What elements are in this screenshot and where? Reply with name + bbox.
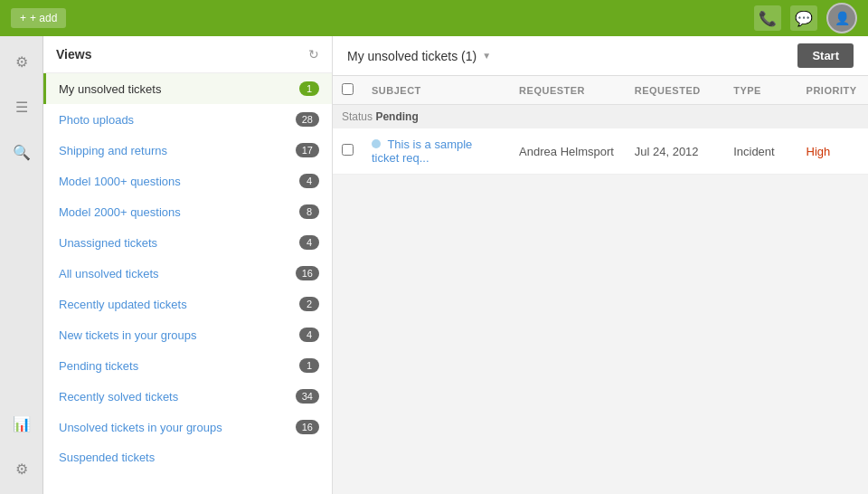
view-item[interactable]: Shipping and returns17 xyxy=(43,135,332,166)
ticket-tbody: Status Pending This is a sample ticket r… xyxy=(333,105,868,175)
chat-icon: 💬 xyxy=(795,10,813,27)
phone-icon: 📞 xyxy=(759,10,777,27)
views-list: My unsolved tickets1Photo uploads28Shipp… xyxy=(43,73,332,494)
view-badge: 2 xyxy=(299,297,319,311)
view-badge: 34 xyxy=(296,389,319,404)
avatar-icon: 👤 xyxy=(835,11,850,25)
view-item[interactable]: Model 2000+ questions8 xyxy=(43,196,332,227)
row-requester: Andrea Helmsport xyxy=(510,128,626,175)
view-badge: 8 xyxy=(299,204,319,219)
row-checkbox-cell xyxy=(333,128,363,175)
content-title-text: My unsolved tickets (1) xyxy=(347,49,476,63)
view-item-label: Recently solved tickets xyxy=(59,390,178,404)
table-header-row: Subject Requester Requested Type Priorit… xyxy=(333,76,868,105)
view-item[interactable]: Model 1000+ questions4 xyxy=(43,166,332,196)
view-badge: 4 xyxy=(299,235,319,250)
plus-icon: + xyxy=(20,12,26,24)
status-cell: Status Pending xyxy=(333,105,868,129)
column-subject: Subject xyxy=(363,76,510,105)
view-item-label: Pending tickets xyxy=(59,359,138,373)
view-badge: 16 xyxy=(296,266,319,280)
chat-button[interactable]: 💬 xyxy=(790,5,817,31)
ticket-subject[interactable]: This is a sample ticket req... xyxy=(372,138,472,165)
column-type: Type xyxy=(724,76,797,105)
view-item[interactable]: Recently updated tickets2 xyxy=(43,289,332,319)
chart-icon[interactable]: 📊 xyxy=(7,409,36,438)
view-item[interactable]: New tickets in your groups4 xyxy=(43,319,332,350)
view-item[interactable]: All unsolved tickets16 xyxy=(43,258,332,289)
topbar-right: 📞 💬 👤 xyxy=(754,3,857,33)
menu-icon[interactable]: ☰ xyxy=(7,92,36,121)
content-title: My unsolved tickets (1) ▼ xyxy=(347,49,491,63)
content-header: My unsolved tickets (1) ▼ Start xyxy=(333,36,868,76)
settings-icon[interactable]: ⚙ xyxy=(7,454,36,483)
status-dot xyxy=(372,139,381,148)
add-label: + add xyxy=(30,12,57,24)
view-item-label: Suspended tickets xyxy=(59,451,155,464)
views-title: Views xyxy=(56,47,91,62)
status-row: Status Pending xyxy=(333,105,868,129)
view-badge: 17 xyxy=(296,143,319,157)
view-item[interactable]: Unsolved tickets in your groups16 xyxy=(43,412,332,442)
gear-icon[interactable]: ⚙ xyxy=(7,47,36,76)
view-item-label: Model 1000+ questions xyxy=(59,175,181,188)
view-item-label: Unsolved tickets in your groups xyxy=(59,421,222,434)
view-badge: 4 xyxy=(299,328,319,342)
column-requested: Requested xyxy=(626,76,724,105)
search-icon[interactable]: 🔍 xyxy=(7,138,36,166)
avatar[interactable]: 👤 xyxy=(826,3,857,33)
view-badge: 28 xyxy=(296,112,319,127)
row-type: Incident xyxy=(724,128,797,175)
views-panel: Views ↻ My unsolved tickets1Photo upload… xyxy=(43,36,333,494)
view-item-label: Photo uploads xyxy=(59,113,134,127)
topbar-left: + + add xyxy=(11,8,66,28)
view-badge: 1 xyxy=(299,81,319,96)
column-priority: Priority xyxy=(797,76,868,105)
view-item[interactable]: Recently solved tickets34 xyxy=(43,381,332,412)
ticket-table: Subject Requester Requested Type Priorit… xyxy=(333,76,868,175)
view-item-label: Shipping and returns xyxy=(59,144,167,157)
refresh-icon[interactable]: ↻ xyxy=(308,47,319,62)
select-all-checkbox[interactable] xyxy=(342,83,354,95)
view-item-label: Model 2000+ questions xyxy=(59,205,181,219)
row-priority: High xyxy=(797,128,868,175)
topbar: + + add 📞 💬 👤 xyxy=(0,0,868,36)
row-requested-date: Jul 24, 2012 xyxy=(626,128,724,175)
row-subject: This is a sample ticket req... xyxy=(363,128,510,175)
view-item-label: All unsolved tickets xyxy=(59,267,159,280)
icon-sidebar-bottom: 📊 ⚙ xyxy=(7,409,36,494)
views-header: Views ↻ xyxy=(43,36,332,73)
view-item-label: My unsolved tickets xyxy=(59,82,161,96)
main-layout: ⚙ ☰ 🔍 📊 ⚙ Views ↻ My unsolved tickets1Ph… xyxy=(0,36,868,494)
view-item[interactable]: Pending tickets1 xyxy=(43,350,332,381)
view-item[interactable]: Photo uploads28 xyxy=(43,104,332,135)
column-requester: Requester xyxy=(510,76,626,105)
view-item[interactable]: My unsolved tickets1 xyxy=(43,73,332,104)
content-area: My unsolved tickets (1) ▼ Start Subject … xyxy=(333,36,868,494)
table-row[interactable]: This is a sample ticket req... Andrea He… xyxy=(333,128,868,175)
start-button[interactable]: Start xyxy=(797,43,854,68)
view-item-label: Recently updated tickets xyxy=(59,298,187,311)
add-button[interactable]: + + add xyxy=(11,8,66,28)
table-wrapper: Subject Requester Requested Type Priorit… xyxy=(333,76,868,494)
dropdown-arrow-icon[interactable]: ▼ xyxy=(482,51,491,61)
view-badge: 16 xyxy=(296,420,319,434)
view-badge: 4 xyxy=(299,174,319,188)
view-item-label: Unassigned tickets xyxy=(59,236,157,250)
icon-sidebar: ⚙ ☰ 🔍 📊 ⚙ xyxy=(0,36,43,494)
row-checkbox[interactable] xyxy=(342,144,354,156)
view-item-label: New tickets in your groups xyxy=(59,328,196,342)
view-badge: 1 xyxy=(299,358,319,373)
view-item[interactable]: Unassigned tickets4 xyxy=(43,227,332,258)
view-item[interactable]: Suspended tickets xyxy=(43,442,332,472)
phone-button[interactable]: 📞 xyxy=(754,5,781,31)
